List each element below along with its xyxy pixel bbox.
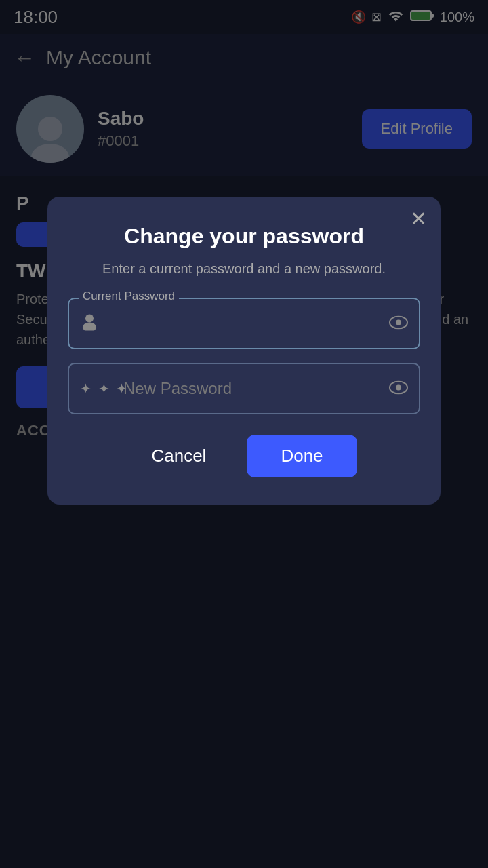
done-button[interactable]: Done bbox=[247, 435, 357, 477]
modal-subtitle: Enter a current password and a new passw… bbox=[68, 258, 420, 279]
svg-point-7 bbox=[396, 320, 401, 326]
user-icon bbox=[80, 312, 99, 336]
current-password-label: Current Password bbox=[79, 290, 179, 303]
modal-close-button[interactable]: ✕ bbox=[410, 209, 427, 229]
password-dots-icon: ✦ ✦ ✦ bbox=[80, 380, 129, 397]
change-password-modal: ✕ Change your password Enter a current p… bbox=[47, 197, 441, 505]
current-password-group: Current Password bbox=[68, 298, 420, 349]
show-new-password-icon[interactable] bbox=[389, 378, 408, 399]
show-current-password-icon[interactable] bbox=[389, 313, 408, 334]
new-password-group: ✦ ✦ ✦ New Password bbox=[68, 363, 420, 414]
modal-title: Change your password bbox=[68, 224, 420, 249]
modal-actions: Cancel Done bbox=[68, 435, 420, 477]
cancel-button[interactable]: Cancel bbox=[131, 435, 226, 477]
svg-point-4 bbox=[85, 315, 94, 323]
modal-overlay: ✕ Change your password Enter a current p… bbox=[0, 0, 488, 868]
svg-point-5 bbox=[83, 323, 96, 331]
current-password-input[interactable] bbox=[68, 298, 420, 349]
svg-point-9 bbox=[396, 385, 401, 391]
